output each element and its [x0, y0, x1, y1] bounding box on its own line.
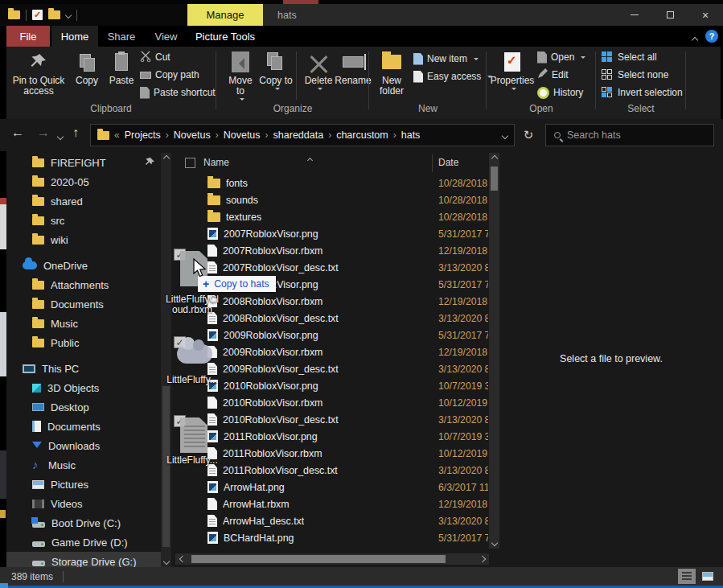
- back-button[interactable]: ←: [11, 125, 24, 140]
- tab-share[interactable]: Share: [98, 26, 145, 47]
- breadcrumb-item[interactable]: Novetus: [224, 130, 261, 141]
- file-row[interactable]: ArrowHat_desc.txt3/13/2020 8: [175, 512, 489, 529]
- sidebar-item-onedrive-music[interactable]: Music: [6, 314, 161, 333]
- breadcrumb-overflow-icon[interactable]: «: [114, 130, 120, 141]
- pin-to-quick-access-button[interactable]: Pin to Quick access: [8, 48, 69, 101]
- file-row[interactable]: 2007RobloxVisor_desc.txt3/13/2020 8: [175, 259, 489, 276]
- sidebar-item-boot-drive[interactable]: Boot Drive (C:): [6, 513, 161, 532]
- scrollbar-thumb[interactable]: [491, 167, 498, 191]
- sidebar-item-videos[interactable]: Videos: [6, 494, 161, 513]
- maximize-button[interactable]: [652, 4, 688, 26]
- invert-selection-button[interactable]: Invert selection: [602, 84, 683, 101]
- forward-button[interactable]: →: [37, 125, 50, 140]
- sidebar-item-documents[interactable]: Documents: [6, 417, 161, 436]
- sidebar-item-public[interactable]: Public: [6, 333, 161, 352]
- file-row[interactable]: 2007RobloxVisor.rbxm12/19/2018: [175, 242, 489, 259]
- refresh-button[interactable]: ↻: [518, 124, 539, 146]
- contextual-tab-manage[interactable]: Manage: [187, 4, 263, 26]
- copy-to-button[interactable]: Copy to: [259, 48, 293, 101]
- file-row[interactable]: 2009RobloxVisor.png5/31/2017 7: [175, 327, 489, 343]
- select-none-button[interactable]: Select none: [602, 67, 668, 83]
- sort-ascending-icon[interactable]: [308, 154, 312, 165]
- move-to-button[interactable]: Move to: [224, 48, 257, 101]
- paste-shortcut-button[interactable]: Paste shortcut: [140, 84, 216, 101]
- column-divider[interactable]: [432, 154, 433, 172]
- file-row[interactable]: BCHardHat.png5/31/2017 7: [175, 529, 489, 546]
- breadcrumb-item[interactable]: shareddata: [273, 130, 324, 141]
- search-box[interactable]: [545, 124, 714, 146]
- column-header-name[interactable]: Name: [203, 157, 229, 168]
- up-button[interactable]: ↑: [72, 125, 79, 140]
- sidebar-item-shared[interactable]: shared: [6, 191, 161, 211]
- file-row[interactable]: ArrowHat.rbxm12/19/2018: [175, 495, 489, 512]
- file-row[interactable]: textures10/28/2018: [175, 208, 489, 225]
- details-view-button[interactable]: [678, 569, 696, 584]
- scrollbar-thumb[interactable]: [162, 386, 170, 547]
- file-row[interactable]: ArrowHat.png6/3/2017 11: [175, 479, 489, 495]
- minimize-button[interactable]: [617, 4, 652, 26]
- edit-button[interactable]: Edit: [537, 67, 569, 83]
- scroll-right-arrow[interactable]: [477, 553, 487, 565]
- new-folder-button[interactable]: New folder: [373, 48, 410, 101]
- sidebar-item-src[interactable]: src: [6, 211, 161, 230]
- easy-access-button[interactable]: Easy access: [413, 68, 492, 84]
- paste-button[interactable]: Paste: [105, 48, 138, 101]
- sidebar-item-music[interactable]: ♪ Music: [6, 455, 161, 475]
- open-button[interactable]: Open: [537, 49, 585, 65]
- scroll-left-arrow[interactable]: [177, 553, 187, 565]
- file-row[interactable]: sounds10/28/2018: [175, 191, 489, 208]
- recent-locations-chevron-icon[interactable]: [58, 130, 63, 142]
- tab-home[interactable]: Home: [51, 26, 98, 47]
- copy-button[interactable]: Copy: [71, 48, 103, 101]
- qat-folder-icon[interactable]: [8, 10, 20, 19]
- sidebar-item-desktop[interactable]: Desktop: [6, 397, 161, 417]
- file-row[interactable]: 2011RobloxVisor.png10/7/2019 3: [175, 428, 489, 445]
- scrollbar-thumb[interactable]: [191, 555, 446, 563]
- select-all-checkbox[interactable]: [185, 158, 195, 168]
- tab-picture-tools[interactable]: Picture Tools: [187, 26, 263, 47]
- column-header-date[interactable]: Date: [438, 157, 458, 168]
- cut-button[interactable]: Cut: [140, 49, 170, 65]
- file-row[interactable]: 2010RobloxVisor_desc.txt3/13/2020 8: [175, 411, 489, 428]
- sidebar-item-game-drive[interactable]: Game Drive (D:): [6, 532, 161, 552]
- file-list-scrollbar[interactable]: [489, 153, 499, 549]
- sidebar-item-attachments[interactable]: Attachments: [6, 275, 161, 294]
- breadcrumb[interactable]: « Projects › Novetus › Novetus › sharedd…: [90, 124, 515, 146]
- qat-customize-chevron-icon[interactable]: [65, 11, 72, 18]
- scroll-down-arrow[interactable]: [489, 537, 499, 549]
- breadcrumb-item[interactable]: Novetus: [174, 130, 211, 141]
- sidebar-item-this-pc[interactable]: This PC: [6, 359, 161, 378]
- collapse-ribbon-chevron-icon[interactable]: [692, 34, 697, 45]
- tab-file[interactable]: File: [6, 26, 50, 47]
- sidebar-item-onedrive[interactable]: OneDrive: [6, 256, 161, 275]
- sidebar-item-2020-05[interactable]: 2020-05: [6, 172, 161, 191]
- qat-new-folder-icon[interactable]: [48, 10, 60, 19]
- close-button[interactable]: ×: [688, 4, 723, 26]
- breadcrumb-item[interactable]: Projects: [125, 130, 161, 141]
- properties-button[interactable]: Properties: [491, 48, 534, 101]
- scroll-up-arrow[interactable]: [489, 153, 499, 164]
- sidebar-item-storage-drive[interactable]: Storage Drive (G:): [6, 552, 161, 567]
- file-row[interactable]: 2009RobloxVisor.rbxm12/19/2018: [175, 343, 489, 360]
- address-dropdown-chevron-icon[interactable]: [503, 130, 507, 141]
- sidebar-item-onedrive-documents[interactable]: Documents: [6, 294, 161, 314]
- sidebar-scrollbar[interactable]: [161, 153, 171, 567]
- sidebar-item-downloads[interactable]: Downloads: [6, 436, 161, 455]
- file-row[interactable]: 2007RobloxVisor.png5/31/2017 7: [175, 225, 489, 242]
- sidebar-item-firefight[interactable]: FIREFIGHT: [6, 153, 161, 172]
- search-input[interactable]: [567, 130, 696, 141]
- sidebar-item-pictures[interactable]: Pictures: [6, 475, 161, 494]
- horizontal-scrollbar[interactable]: [175, 553, 489, 565]
- new-item-button[interactable]: New item: [413, 51, 479, 67]
- tab-view[interactable]: View: [145, 26, 187, 47]
- copy-path-button[interactable]: Copy path: [140, 67, 199, 83]
- thumbnail-view-button[interactable]: [699, 569, 717, 584]
- breadcrumb-item[interactable]: hats: [401, 130, 421, 141]
- breadcrumb-item[interactable]: charcustom: [336, 130, 388, 141]
- file-row[interactable]: 2010RobloxVisor.rbxm10/12/2019: [175, 394, 489, 411]
- select-all-button[interactable]: Select all: [602, 49, 657, 65]
- scroll-up-arrow[interactable]: [161, 153, 171, 164]
- help-button[interactable]: ?: [705, 30, 718, 43]
- sidebar-item-3d-objects[interactable]: 3D Objects: [6, 378, 161, 397]
- scroll-down-arrow[interactable]: [161, 556, 171, 567]
